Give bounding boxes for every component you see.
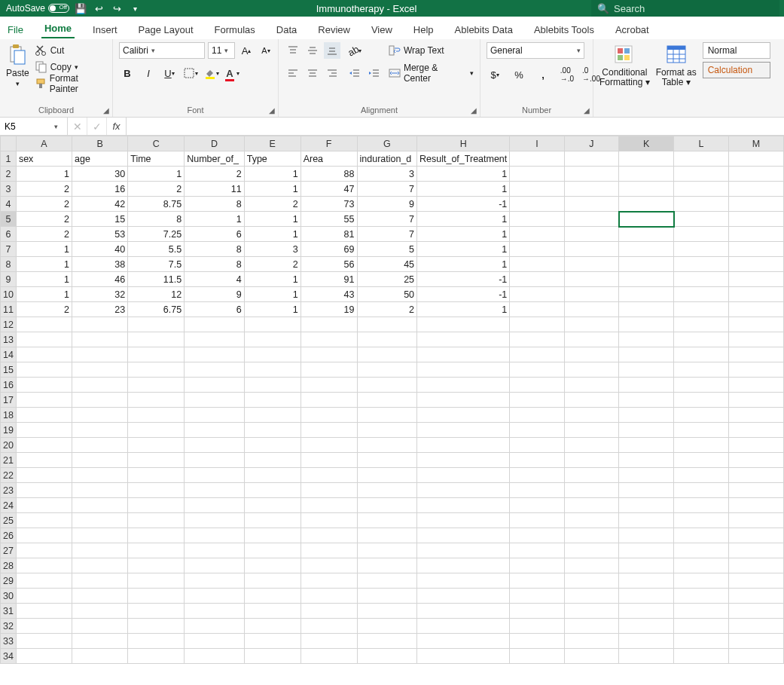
cell-B25[interactable] (72, 513, 127, 528)
cell-D16[interactable] (185, 378, 245, 393)
cut-button[interactable]: Cut (35, 42, 106, 59)
cell-K27[interactable] (619, 543, 674, 558)
cell-G7[interactable]: 5 (357, 242, 417, 257)
cell-A9[interactable]: 1 (16, 272, 72, 287)
cell-D15[interactable] (185, 362, 245, 378)
cell-L28[interactable] (674, 558, 729, 573)
increase-font-icon[interactable]: A▴ (238, 42, 255, 59)
cell-G32[interactable] (357, 619, 417, 634)
cell-K34[interactable] (619, 649, 674, 664)
cell-D6[interactable]: 6 (185, 227, 245, 242)
cell-J34[interactable] (564, 649, 619, 664)
cell-L16[interactable] (674, 378, 729, 393)
underline-button[interactable]: U▾ (161, 65, 178, 81)
row-header-34[interactable]: 34 (1, 649, 17, 664)
cell-E10[interactable]: 1 (244, 287, 300, 302)
cell-A16[interactable] (16, 378, 72, 393)
cell-C22[interactable] (128, 468, 185, 483)
cell-L14[interactable] (674, 347, 729, 362)
cell-E32[interactable] (244, 619, 300, 634)
align-bottom-button[interactable] (324, 42, 340, 59)
cell-I13[interactable] (510, 332, 564, 347)
column-header-A[interactable]: A (16, 136, 72, 151)
decrease-font-icon[interactable]: A▾ (258, 42, 274, 59)
fill-color-button[interactable]: ▾ (203, 65, 220, 81)
cell-M13[interactable] (728, 332, 783, 347)
font-size-select[interactable]: 11▾ (208, 42, 235, 59)
cell-J11[interactable] (564, 302, 619, 317)
cell-F20[interactable] (300, 438, 357, 453)
cell-G11[interactable]: 2 (357, 302, 417, 317)
redo-icon[interactable]: ↪ (110, 3, 124, 14)
column-header-F[interactable]: F (300, 136, 357, 151)
cell-K26[interactable] (619, 528, 674, 543)
cell-K32[interactable] (619, 619, 674, 634)
cell-B18[interactable] (72, 408, 127, 423)
cell-C23[interactable] (128, 483, 185, 498)
cell-C8[interactable]: 7.5 (128, 257, 185, 272)
cell-D17[interactable] (185, 393, 245, 408)
cell-I4[interactable] (510, 197, 564, 212)
cell-I30[interactable] (510, 589, 564, 604)
row-header-15[interactable]: 15 (1, 362, 17, 378)
cell-K33[interactable] (619, 634, 674, 649)
cell-D10[interactable]: 9 (185, 287, 245, 302)
cell-H19[interactable] (417, 423, 510, 438)
row-header-31[interactable]: 31 (1, 604, 17, 619)
cell-D9[interactable]: 4 (185, 272, 245, 287)
cell-A34[interactable] (16, 649, 72, 664)
cell-A3[interactable]: 2 (16, 182, 72, 197)
cell-D5[interactable]: 1 (185, 212, 245, 227)
cell-B12[interactable] (72, 317, 127, 332)
cell-H21[interactable] (417, 453, 510, 468)
cell-C18[interactable] (128, 408, 185, 423)
cell-I12[interactable] (510, 317, 564, 332)
row-header-17[interactable]: 17 (1, 393, 17, 408)
cell-F33[interactable] (300, 634, 357, 649)
cell-L9[interactable] (674, 272, 729, 287)
cell-B14[interactable] (72, 347, 127, 362)
cell-J2[interactable] (564, 167, 619, 182)
cell-I9[interactable] (510, 272, 564, 287)
cell-C29[interactable] (128, 573, 185, 589)
cell-J26[interactable] (564, 528, 619, 543)
cell-C16[interactable] (128, 378, 185, 393)
cell-K20[interactable] (619, 438, 674, 453)
save-icon[interactable]: 💾 (74, 3, 87, 14)
name-box-input[interactable] (0, 121, 54, 132)
cell-I15[interactable] (510, 362, 564, 378)
cell-J16[interactable] (564, 378, 619, 393)
cell-I22[interactable] (510, 468, 564, 483)
cell-L1[interactable] (674, 151, 729, 167)
cell-I26[interactable] (510, 528, 564, 543)
cell-A11[interactable]: 2 (16, 302, 72, 317)
cell-D11[interactable]: 6 (185, 302, 245, 317)
cell-E18[interactable] (244, 408, 300, 423)
cell-A25[interactable] (16, 513, 72, 528)
cell-I24[interactable] (510, 498, 564, 513)
cell-B33[interactable] (72, 634, 127, 649)
cell-D14[interactable] (185, 347, 245, 362)
cell-D12[interactable] (185, 317, 245, 332)
font-name-select[interactable]: Calibri▾ (119, 42, 205, 59)
cell-K15[interactable] (619, 362, 674, 378)
cell-B4[interactable]: 42 (72, 197, 127, 212)
cell-F6[interactable]: 81 (300, 227, 357, 242)
cell-E4[interactable]: 2 (244, 197, 300, 212)
cell-K13[interactable] (619, 332, 674, 347)
cell-E22[interactable] (244, 468, 300, 483)
cell-I31[interactable] (510, 604, 564, 619)
cell-G4[interactable]: 9 (357, 197, 417, 212)
cell-M18[interactable] (728, 408, 783, 423)
cell-M34[interactable] (728, 649, 783, 664)
cell-F3[interactable]: 47 (300, 182, 357, 197)
cell-F7[interactable]: 69 (300, 242, 357, 257)
cell-F16[interactable] (300, 378, 357, 393)
cell-B13[interactable] (72, 332, 127, 347)
alignment-launcher-icon[interactable]: ◢ (471, 106, 477, 115)
column-header-D[interactable]: D (185, 136, 245, 151)
cell-M21[interactable] (728, 453, 783, 468)
cell-D19[interactable] (185, 423, 245, 438)
cell-H18[interactable] (417, 408, 510, 423)
cell-L8[interactable] (674, 257, 729, 272)
